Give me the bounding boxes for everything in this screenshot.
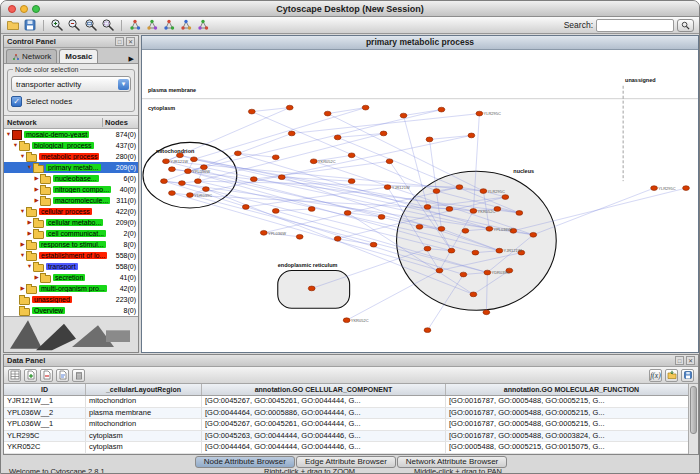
graph-node[interactable] xyxy=(310,159,317,164)
zoom-fit-icon[interactable] xyxy=(84,18,98,32)
graph-node[interactable] xyxy=(470,209,477,214)
graph-node[interactable] xyxy=(343,318,350,323)
collapse-icon[interactable]: ▼ xyxy=(12,143,19,149)
network-action-icon-4[interactable] xyxy=(179,18,193,32)
graph-node[interactable] xyxy=(278,175,285,180)
graph-node[interactable] xyxy=(424,205,431,210)
graph-node[interactable] xyxy=(651,186,658,191)
graph-node[interactable] xyxy=(380,131,387,136)
tree-row-nucleobase[interactable]: ▶nucleobase...6(0) xyxy=(4,173,138,184)
search-input[interactable] xyxy=(596,19,674,32)
expand-icon[interactable]: ▶ xyxy=(33,275,40,281)
expand-icon[interactable]: ▶ xyxy=(33,176,40,182)
table-cell[interactable]: [GO:0045267, GO:0045261, GO:0044444, G..… xyxy=(202,396,446,407)
graph-edge[interactable] xyxy=(166,108,290,162)
graph-node[interactable] xyxy=(187,193,194,198)
scrollbar-thumb[interactable] xyxy=(690,386,697,434)
float-panel-icon[interactable]: □ xyxy=(115,37,124,46)
graph-edge[interactable] xyxy=(292,114,480,134)
table-cell[interactable]: YJR121W__1 xyxy=(4,396,86,407)
graph-node[interactable] xyxy=(348,153,355,158)
graph-node[interactable] xyxy=(169,167,176,172)
graph-node[interactable] xyxy=(195,179,202,184)
expand-icon[interactable]: ▶ xyxy=(33,187,40,193)
tree-row-establishment-of-lo[interactable]: ▼establishment of lo...558(0) xyxy=(4,250,138,261)
network-window-title[interactable]: primary metabolic process xyxy=(142,36,698,50)
column-header-annotation-go-cellular-component[interactable]: annotation.GO CELLULAR_COMPONENT xyxy=(202,384,446,395)
graph-node[interactable] xyxy=(344,211,351,216)
graph-node[interactable] xyxy=(448,248,455,253)
graph-node[interactable] xyxy=(486,226,493,231)
rename-attribute-icon[interactable] xyxy=(56,369,69,382)
graph-node[interactable] xyxy=(683,186,690,191)
table-cell[interactable]: mitochondrion xyxy=(86,454,202,455)
graph-node[interactable] xyxy=(530,232,537,237)
table-row[interactable]: YPL036W__1mitochondrion[GO:0045267, GO:0… xyxy=(4,419,698,431)
tree-row-cell-communicat[interactable]: ▶cell communicat...2(0) xyxy=(4,228,138,239)
graph-node[interactable] xyxy=(242,205,249,210)
graph-node[interactable] xyxy=(296,234,303,239)
graph-node[interactable] xyxy=(386,159,393,164)
graph-edge[interactable] xyxy=(347,271,440,321)
expand-icon[interactable]: ▶ xyxy=(19,242,26,248)
graph-node[interactable] xyxy=(163,159,170,164)
graph-node[interactable] xyxy=(370,242,377,247)
tree-row-unassigned[interactable]: unassigned223(0) xyxy=(4,294,138,305)
import-attributes-icon[interactable] xyxy=(665,369,678,382)
table-scrollbar[interactable] xyxy=(688,384,698,454)
table-cell[interactable]: cytoplasm xyxy=(86,442,202,453)
collapse-icon[interactable]: ▼ xyxy=(5,132,12,138)
graph-node[interactable] xyxy=(496,248,503,253)
close-panel-icon[interactable]: ✕ xyxy=(126,37,135,46)
graph-node[interactable] xyxy=(502,195,509,200)
column-header-id[interactable]: ID xyxy=(4,384,86,395)
graph-node[interactable] xyxy=(202,187,209,192)
titlebar[interactable]: Cytoscape Desktop (New Session) xyxy=(1,1,699,17)
search-go-button[interactable] xyxy=(677,19,694,32)
graph-node[interactable] xyxy=(260,230,267,235)
table-cell[interactable]: [GO:0016787, GO:0005488, GO:0003824, G..… xyxy=(446,431,698,442)
table-cell[interactable]: mitochondrion xyxy=(86,419,202,430)
attribute-table-header[interactable]: ID_cellularLayoutRegionannotation.GO CEL… xyxy=(4,384,698,396)
table-cell[interactable]: YKR052C xyxy=(4,442,86,453)
minimize-window-button[interactable] xyxy=(20,5,28,13)
export-attributes-icon[interactable] xyxy=(681,369,694,382)
save-session-icon[interactable] xyxy=(23,18,37,32)
graph-node[interactable] xyxy=(438,226,445,231)
graph-node[interactable] xyxy=(179,181,186,186)
tree-row-primary-metab[interactable]: ▼primary metab...209(0) xyxy=(4,162,138,173)
network-action-icon-2[interactable] xyxy=(145,18,159,32)
graph-node[interactable] xyxy=(169,191,176,196)
panel-expand-arrow-icon[interactable]: ▶ xyxy=(127,55,136,63)
graph-node[interactable] xyxy=(472,250,479,255)
graph-node[interactable] xyxy=(272,209,279,214)
table-row[interactable]: YDR039C__1mitochondrion[GO:0044464, GO:0… xyxy=(4,454,698,455)
network-canvas[interactable]: plasma membranecytoplasmnucleusmitochond… xyxy=(142,50,698,352)
column-header-annotation-go-molecular-function[interactable]: annotation.GO MOLECULAR_FUNCTION xyxy=(446,384,698,395)
close-window-button[interactable] xyxy=(8,5,16,13)
graph-node[interactable] xyxy=(250,177,257,182)
network-overview-thumbnail[interactable] xyxy=(4,316,138,352)
graph-node[interactable] xyxy=(161,179,168,184)
graph-node[interactable] xyxy=(185,169,192,174)
graph-edge[interactable] xyxy=(533,188,654,235)
create-attribute-icon[interactable] xyxy=(24,369,37,382)
delete-attribute-icon[interactable] xyxy=(40,369,53,382)
graph-edge[interactable] xyxy=(328,108,366,114)
expand-icon[interactable]: ▶ xyxy=(26,231,33,237)
graph-node[interactable] xyxy=(324,111,331,116)
zoom-out-icon[interactable] xyxy=(67,18,81,32)
select-attributes-icon[interactable] xyxy=(8,369,21,382)
graph-node[interactable] xyxy=(288,131,295,136)
graph-node[interactable] xyxy=(436,268,443,273)
graph-node[interactable] xyxy=(378,215,385,220)
graph-node[interactable] xyxy=(191,157,198,162)
table-cell[interactable]: [GO:0005488, GO:0005215, GO:0015075, G..… xyxy=(446,442,698,453)
collapse-icon[interactable]: ▼ xyxy=(26,264,33,270)
graph-node[interactable] xyxy=(456,185,463,190)
graph-node[interactable] xyxy=(416,224,423,229)
collapse-icon[interactable]: ▼ xyxy=(19,209,26,215)
expand-icon[interactable]: ▶ xyxy=(26,220,33,226)
table-cell[interactable]: YPL036W__1 xyxy=(4,419,86,430)
tab-mosaic[interactable]: Mosaic xyxy=(59,49,98,63)
